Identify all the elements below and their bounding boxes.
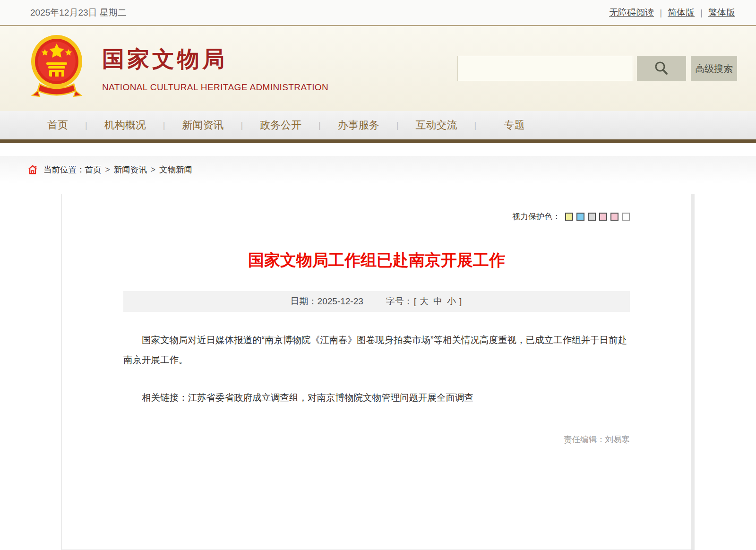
nav-bottom-stripe (0, 139, 756, 143)
current-date: 2025年12月23日 星期二 (30, 7, 127, 19)
eye-color-swatch-yellow[interactable] (565, 213, 573, 221)
fontsize-small-button[interactable]: 小 (447, 295, 456, 308)
related-links-label: 相关链接： (142, 392, 188, 403)
eye-protect-label: 视力保护色： (512, 211, 560, 222)
advanced-search-button[interactable]: 高级搜索 (691, 56, 737, 81)
main-nav: 首页 | 机构概况 | 新闻资讯 | 政务公开 | 办事服务 | 互动交流 | … (0, 111, 756, 139)
breadcrumb-separator: > (151, 165, 155, 175)
breadcrumb-news[interactable]: 新闻资讯 (114, 164, 147, 175)
nav-item-home[interactable]: 首页 (30, 118, 85, 132)
home-icon[interactable] (27, 164, 38, 175)
topbar-divider: | (660, 8, 662, 18)
search-area: 高级搜索 (457, 56, 737, 81)
eye-color-swatch-blue[interactable] (576, 213, 584, 221)
date-label: 日期： (291, 295, 318, 308)
fontsize-medium-button[interactable]: 中 (433, 295, 442, 308)
article-body: 国家文物局对近日媒体报道的“南京博物院《江南春》图卷现身拍卖市场”等相关情况高度… (123, 330, 630, 407)
topbar-divider: | (700, 8, 703, 18)
search-button[interactable] (637, 56, 686, 81)
nav-item-overview[interactable]: 机构概况 (87, 118, 163, 132)
eye-color-swatch-gray[interactable] (588, 213, 596, 221)
site-title: 国家文物局 (102, 44, 328, 74)
fontsize-label: 字号： (386, 295, 413, 308)
article-paragraph: 国家文物局对近日媒体报道的“南京博物院《江南春》图卷现身拍卖市场”等相关情况高度… (123, 330, 630, 370)
eye-color-swatch-pink2[interactable] (610, 213, 619, 221)
nav-item-gov-affairs[interactable]: 政务公开 (243, 118, 318, 132)
topbar: 2025年12月23日 星期二 无障碍阅读 | 简体版 | 繁体版 (0, 0, 756, 26)
site-brand: 国家文物局 NATIONAL CULTURAL HERITAGE ADMINIS… (30, 33, 328, 100)
related-links-paragraph: 相关链接：江苏省委省政府成立调查组，对南京博物院文物管理问题开展全面调查 (123, 387, 630, 407)
breadcrumb-heritage-news[interactable]: 文物新闻 (159, 164, 192, 175)
article-container: 视力保护色： 国家文物局工作组已赴南京开展工作 日期： 2025-12-23 字… (61, 194, 695, 550)
search-input[interactable] (457, 56, 633, 81)
article-meta-bar: 日期： 2025-12-23 字号： [ 大 中 小 ] (123, 291, 630, 312)
nav-item-interaction[interactable]: 互动交流 (398, 118, 474, 132)
eye-color-swatch-white[interactable] (622, 213, 630, 221)
eye-protect-row: 视力保护色： (123, 211, 630, 222)
site-title-english: NATIONAL CULTURAL HERITAGE ADMINISTRATIO… (102, 82, 328, 93)
nav-item-news[interactable]: 新闻资讯 (165, 118, 241, 132)
breadcrumb-separator: > (105, 165, 110, 175)
accessibility-reading-link[interactable]: 无障碍阅读 (609, 7, 654, 19)
article-title: 国家文物局工作组已赴南京开展工作 (123, 249, 630, 271)
page: 2025年12月23日 星期二 无障碍阅读 | 简体版 | 繁体版 (0, 0, 756, 550)
breadcrumb-home[interactable]: 首页 (85, 164, 102, 175)
fontsize-bracket-close: ] (459, 296, 462, 307)
editor-credit: 责任编辑：刘易寒 (123, 434, 630, 445)
fontsize-bracket-open: [ (414, 296, 416, 307)
brand-text: 国家文物局 NATIONAL CULTURAL HERITAGE ADMINIS… (102, 33, 328, 100)
nav-item-topics[interactable]: 专题 (476, 118, 552, 132)
breadcrumb-label: 当前位置： (43, 164, 85, 175)
nav-item-services[interactable]: 办事服务 (321, 118, 396, 132)
traditional-chinese-link[interactable]: 繁体版 (708, 7, 735, 19)
related-investigation-link[interactable]: 江苏省委省政府成立调查组，对南京博物院文物管理问题开展全面调查 (188, 392, 474, 403)
topbar-links: 无障碍阅读 | 简体版 | 繁体版 (609, 7, 735, 19)
eye-color-swatch-pink1[interactable] (599, 213, 607, 221)
article-date: 2025-12-23 (318, 296, 363, 307)
national-emblem-logo (30, 33, 83, 100)
simplified-chinese-link[interactable]: 简体版 (668, 7, 695, 19)
fontsize-large-button[interactable]: 大 (420, 295, 429, 308)
search-icon (653, 60, 670, 77)
site-header: 国家文物局 NATIONAL CULTURAL HERITAGE ADMINIS… (0, 26, 756, 111)
breadcrumb: 当前位置： 首页 > 新闻资讯 > 文物新闻 (0, 156, 756, 183)
